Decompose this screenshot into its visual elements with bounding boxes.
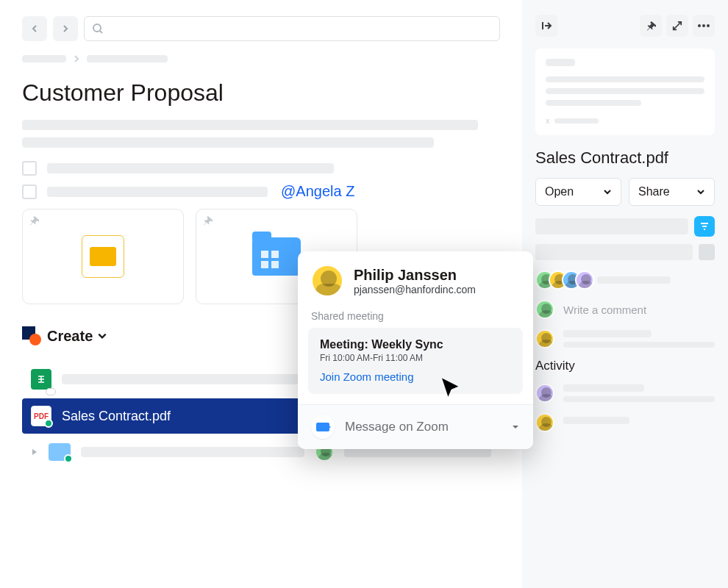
comment-row: [535, 329, 715, 348]
zoom-icon: [311, 415, 335, 439]
avatar-icon: [535, 384, 554, 403]
collapse-panel-button[interactable]: [535, 15, 557, 37]
mention-link[interactable]: @Angela Z: [281, 183, 354, 200]
join-meeting-link[interactable]: Join Zoom meeting: [320, 370, 414, 383]
checkbox[interactable]: [22, 161, 37, 176]
side-file-name: Sales Contract.pdf: [535, 148, 715, 168]
contact-name: Philip Janssen: [354, 267, 476, 284]
synced-badge-icon: [64, 454, 73, 463]
svg-point-3: [702, 24, 705, 27]
svg-point-0: [93, 24, 101, 32]
pin-button[interactable]: [640, 15, 662, 37]
activity-heading: Activity: [535, 359, 715, 373]
search-input[interactable]: [84, 16, 500, 41]
meeting-time: Fri 10:00 AM-Fri 11:00 AM: [320, 353, 511, 363]
activity-row: [535, 384, 715, 403]
contact-avatar-icon: [311, 265, 343, 297]
meeting-card[interactable]: Meeting: Weekly Sync Fri 10:00 AM-Fri 11…: [308, 328, 523, 394]
page-title: Customer Proposal: [22, 79, 500, 107]
pin-icon: [29, 215, 39, 228]
more-options-button[interactable]: [693, 15, 715, 37]
pdf-file-icon: PDF: [31, 406, 51, 426]
chevron-down-icon: [97, 331, 107, 341]
meeting-title: Meeting: Weekly Sync: [320, 338, 511, 351]
avatar-icon: [535, 413, 554, 432]
avatar-icon: [535, 329, 554, 348]
search-icon: [92, 23, 104, 35]
folder-icon: [49, 443, 71, 461]
create-button[interactable]: Create: [47, 328, 107, 345]
folder-icon: [252, 237, 301, 276]
checklist-item[interactable]: [22, 161, 500, 176]
caret-down-icon: [511, 423, 520, 431]
cloud-badge-icon: [46, 388, 56, 395]
avatar-icon: [575, 270, 594, 290]
synced-badge-icon: [44, 419, 53, 428]
slides-file-icon: [82, 235, 124, 278]
nav-forward-button[interactable]: [53, 16, 78, 41]
chevron-down-icon: [603, 187, 612, 196]
body-placeholder: [22, 120, 500, 148]
share-button[interactable]: Share: [629, 178, 715, 206]
svg-point-4: [707, 24, 710, 27]
sheet-file-icon: [31, 369, 51, 390]
cursor-icon: [440, 378, 461, 398]
pin-icon: [202, 215, 213, 228]
create-label: Create: [47, 328, 93, 345]
filter-icon[interactable]: [694, 216, 715, 237]
contact-email: pjanssen@hanfordinc.com: [354, 284, 476, 295]
message-zoom-label: Message on Zoom: [345, 420, 501, 434]
checklist-item[interactable]: @Angela Z: [22, 183, 500, 200]
svg-point-2: [698, 24, 701, 27]
collapse-triangle-icon[interactable]: [31, 448, 38, 456]
metadata-action-icon[interactable]: [699, 244, 715, 260]
comment-input[interactable]: Write a comment: [563, 304, 646, 316]
message-on-zoom-button[interactable]: Message on Zoom: [298, 404, 533, 449]
nav-back-button[interactable]: [22, 16, 47, 41]
activity-row: [535, 413, 715, 432]
metadata-row: [535, 216, 715, 237]
chevron-right-icon: [72, 54, 81, 63]
shared-with-row: [535, 270, 715, 290]
file-name: Sales Contract.pdf: [62, 409, 312, 424]
shared-meeting-label: Shared meeting: [298, 304, 533, 328]
breadcrumb: [22, 54, 500, 63]
chevron-down-icon: [696, 187, 705, 196]
metadata-row: [535, 244, 715, 260]
open-button[interactable]: Open: [535, 178, 621, 206]
file-preview-card[interactable]: x: [535, 49, 715, 135]
checkbox[interactable]: [22, 184, 37, 199]
current-user-avatar-icon: [535, 300, 554, 319]
expand-button[interactable]: [666, 15, 688, 37]
pinned-slides-card[interactable]: [22, 209, 184, 304]
contact-hover-card: Philip Janssen pjanssen@hanfordinc.com S…: [298, 251, 533, 449]
create-logo-icon: [22, 326, 41, 345]
